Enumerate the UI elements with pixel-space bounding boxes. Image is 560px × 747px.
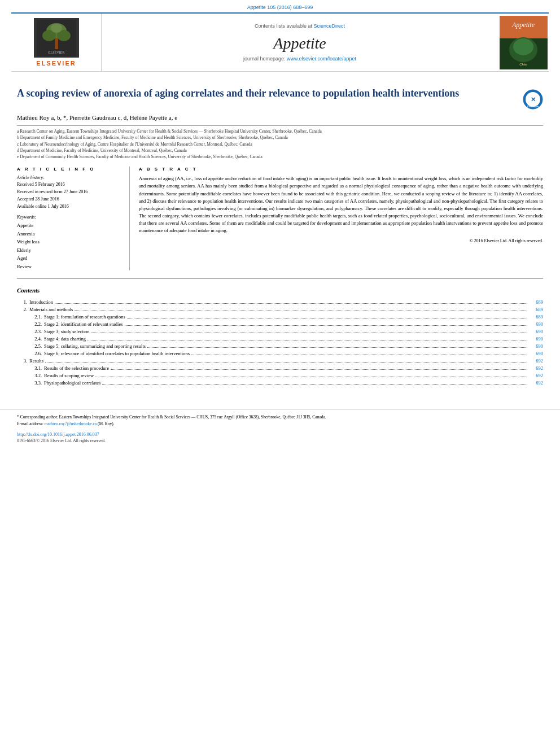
toc-sub: 2.4.: [29, 336, 42, 342]
email-label: E-mail address:: [17, 421, 43, 426]
toc-num: 3.: [17, 358, 27, 364]
issn-line: 0195-6663/© 2016 Elsevier Ltd. All right…: [17, 438, 106, 443]
svg-text:CHat: CHat: [519, 63, 527, 66]
received-revised: Received in revised form 27 June 2016: [17, 189, 123, 196]
science-direct-prefix: Contents lists available at: [255, 23, 312, 29]
toc-entry-3-3: 3.3. Physiopathological correlates 692: [17, 379, 543, 386]
corresponding-author-text: * Corresponding author. Eastern Township…: [17, 414, 326, 420]
toc-dots: [111, 369, 527, 370]
toc-dots: [127, 318, 527, 318]
toc-page: 690: [529, 351, 543, 356]
science-direct-link-text: ScienceDirect: [314, 23, 345, 29]
doi-link[interactable]: http://dx.doi.org/10.1016/j.appet.2016.0…: [17, 432, 543, 437]
accepted-date: Accepted 28 June 2016: [17, 196, 123, 203]
article-history: Article history: Received 5 February 201…: [17, 175, 123, 210]
toc-dots: [55, 303, 527, 304]
toc-page: 692: [529, 358, 543, 364]
article-info-heading: A R T I C L E I N F O: [17, 167, 123, 172]
toc-page: 692: [529, 380, 543, 386]
available-online: Available online 1 July 2016: [17, 203, 123, 211]
toc-page: 690: [529, 321, 543, 327]
journal-title: Appetite: [273, 34, 326, 53]
email-link[interactable]: mathieu.roy7@usherbrooke.ca: [45, 421, 98, 426]
toc-sub: 2.6.: [29, 351, 42, 356]
affiliation-c: c Laboratory of Neuroendocrinology of Ag…: [17, 141, 543, 147]
affiliation-e: e Department of Community Health Science…: [17, 154, 543, 160]
toc-sub: 3.2.: [29, 373, 42, 378]
toc-label: Results: [29, 358, 43, 364]
toc-num: 1.: [17, 299, 27, 305]
science-direct-link[interactable]: ScienceDirect: [314, 23, 345, 29]
section-divider: [17, 278, 543, 279]
keywords-section: Keywords: Appetite Anorexia Weight loss …: [17, 215, 123, 270]
homepage-link[interactable]: www.elsevier.com/locate/appet: [287, 56, 356, 62]
toc-sub: 2.3.: [29, 329, 42, 334]
affiliation-a: a Research Center on Aging, Eastern Town…: [17, 128, 543, 134]
elsevier-logo: ELSEVIER ELSEVIER: [34, 18, 79, 67]
affiliation-d: d Department of Medicine, Faculty of Med…: [17, 147, 543, 154]
toc-label: Stage 2; identification of relevant stud…: [44, 321, 123, 327]
email-suffix: (M. Roy).: [98, 421, 115, 426]
keyword-4: Aged: [17, 254, 123, 262]
toc-dots: [95, 377, 527, 377]
toc-page: 692: [529, 373, 543, 378]
svg-text:✕: ✕: [531, 96, 536, 103]
toc-dots: [75, 311, 527, 311]
toc-entry-results: 3. Results 692: [17, 357, 543, 364]
toc-page: 690: [529, 336, 543, 342]
abstract-text: Anorexia of aging (AA, i.e., loss of app…: [139, 175, 543, 234]
toc-label: Results of scoping review: [44, 373, 94, 378]
abstract-heading: A B S T R A C T: [139, 167, 543, 172]
toc-sub: 2.1.: [29, 314, 42, 320]
toc-dots: [102, 384, 527, 385]
citation-text: Appetite 105 (2016) 688–699: [247, 5, 313, 10]
journal-cover: Appetite CHat: [498, 14, 549, 71]
toc-entry-2-3: 2.3. Stage 3; study selection 690: [17, 327, 543, 335]
doi-section: http://dx.doi.org/10.1016/j.appet.2016.0…: [17, 432, 543, 443]
toc-dots: [91, 333, 527, 333]
journal-header: ELSEVIER ELSEVIER Contents lists availab…: [11, 12, 549, 72]
elsevier-logo-area: ELSEVIER ELSEVIER: [11, 14, 102, 71]
toc-page: 689: [529, 314, 543, 320]
toc-entry-2-4: 2.4. Stage 4; data charting 690: [17, 335, 543, 342]
toc-entry-3-1: 3.1. Results of the selection procedure …: [17, 364, 543, 372]
toc-page: 692: [529, 365, 543, 371]
history-label: Article history:: [17, 175, 123, 180]
toc-entry-2-1: 2.1. Stage 1; formulation of research qu…: [17, 313, 543, 320]
journal-center-info: Contents lists available at ScienceDirec…: [102, 14, 498, 71]
homepage-prefix: journal homepage:: [243, 56, 286, 62]
toc-label: Stage 1; formulation of research questio…: [44, 314, 125, 320]
toc-label: Stage 4; data charting: [44, 336, 86, 342]
svg-rect-4: [55, 38, 58, 49]
toc-label: Physiopathological correlates: [44, 380, 100, 386]
contents-title: Contents: [17, 287, 543, 294]
toc-label: Results of the selection procedure: [44, 365, 109, 371]
homepage-line: journal homepage: www.elsevier.com/locat…: [243, 56, 356, 62]
page-wrapper: Appetite 105 (2016) 688–699 ELSEVIER: [0, 0, 560, 747]
toc-entry-2-6: 2.6. Stage 6; relevance of identified co…: [17, 350, 543, 357]
svg-point-12: [513, 38, 533, 55]
toc-sub: 2.2.: [29, 321, 42, 327]
toc-page: 689: [529, 299, 543, 305]
toc-dots: [88, 340, 527, 340]
authors-line: Mathieu Roy a, b, *, Pierrette Gaudreau …: [17, 114, 543, 121]
toc-sub: 3.3.: [29, 380, 42, 386]
copyright-line: © 2016 Elsevier Ltd. All rights reserved…: [139, 238, 543, 243]
top-citation: Appetite 105 (2016) 688–699: [0, 0, 560, 12]
corresponding-author: * Corresponding author. Eastern Township…: [17, 414, 543, 427]
received-date: Received 5 February 2016: [17, 181, 123, 189]
toc-entry-3-2: 3.2. Results of scoping review 692: [17, 372, 543, 379]
svg-text:Appetite: Appetite: [511, 21, 535, 29]
footer: * Corresponding author. Eastern Township…: [0, 409, 560, 452]
article-title-area: A scoping review of anorexia of aging co…: [17, 87, 543, 110]
science-direct-line: Contents lists available at ScienceDirec…: [255, 23, 345, 29]
contents-section: Contents 1. Introduction 689 2. Material…: [17, 287, 543, 386]
two-column-section: A R T I C L E I N F O Article history: R…: [17, 167, 543, 270]
keyword-2: Weight loss: [17, 238, 123, 246]
article-title-text: A scoping review of anorexia of aging co…: [17, 87, 523, 100]
toc-dots: [45, 362, 527, 362]
toc-dots: [147, 347, 527, 348]
toc-entry-materials: 2. Materials and methods 689: [17, 305, 543, 313]
toc-dots: [191, 355, 527, 355]
toc-page: 690: [529, 343, 543, 349]
